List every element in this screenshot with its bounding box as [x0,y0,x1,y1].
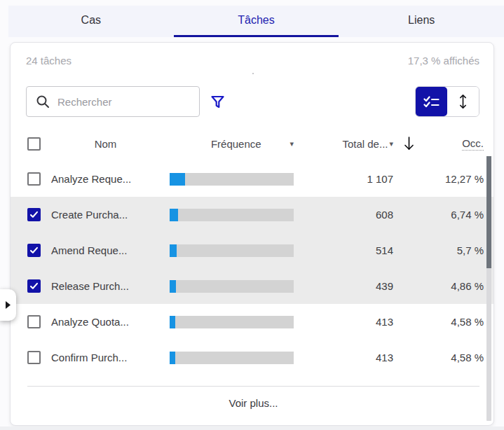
toolbar [26,86,479,117]
occurrence-value: 4,58 % [403,352,484,363]
frequency-bar [170,280,294,293]
sort-direction-down-icon[interactable] [403,136,415,152]
frequency-bar-track [170,352,294,364]
table-row[interactable]: Analyze Reque... 1 107 12,27 % [11,161,493,197]
frequency-bar-fill [170,173,185,186]
select-mode-button[interactable] [416,87,447,116]
sort-mode-button[interactable] [447,87,479,116]
frequency-bar-fill [170,209,178,221]
task-count-label: 24 tâches [26,55,71,67]
up-down-arrow-icon [458,93,468,110]
scrollbar-thumb[interactable] [486,156,491,268]
frequency-bar [170,209,294,221]
occurrence-value: 4,86 % [403,280,484,292]
occurrence-value: 6,74 % [403,209,484,221]
total-value: 514 [304,244,393,256]
tab-cas-label: Cas [81,14,101,27]
drag-handle-dot [252,73,254,74]
row-checkbox[interactable] [27,244,41,257]
frequency-bar-track [170,173,294,186]
view-toggle-group [415,86,479,117]
total-value: 439 [304,280,393,292]
task-name: Create Purcha... [51,209,160,221]
frequency-bar-fill [170,280,176,293]
summary-row: 24 tâches 17,3 % affichés [11,43,493,67]
bottom-strip [0,426,504,430]
tab-taches-label: Tâches [238,14,274,27]
tasks-panel: 24 tâches 17,3 % affichés [10,42,494,426]
frequency-bar-track [170,209,294,221]
checklist-icon [423,96,440,108]
frequency-bar-fill [170,316,175,328]
frequency-bar [170,244,294,257]
column-header-occ[interactable]: Occ. [462,137,484,151]
filter-button[interactable] [210,95,225,109]
table-row[interactable]: Amend Reque... 514 5,7 % [11,233,493,268]
task-name: Release Purch... [51,280,160,292]
see-more-link[interactable]: Voir plus... [229,397,278,409]
search-input[interactable] [57,96,190,108]
frequency-bar-fill [170,352,175,364]
total-value: 413 [304,316,393,328]
displayed-percent-label: 17,3 % affichés [408,55,479,67]
table-body: Analyze Reque... 1 107 12,27 % Create Pu… [11,161,493,375]
row-checkbox[interactable] [27,279,41,293]
row-checkbox[interactable] [27,351,41,364]
drawer-expand-handle[interactable] [0,289,16,321]
task-name: Confirm Purch... [51,352,160,363]
right-triangle-icon [5,300,11,310]
total-value: 608 [304,209,393,221]
occurrence-value: 4,58 % [403,316,484,328]
table-row[interactable]: Create Purcha... 608 6,74 % [11,197,493,233]
row-checkbox[interactable] [27,315,41,328]
column-header-frequency[interactable]: Fréquence ▾ [170,138,294,150]
search-box[interactable] [26,86,200,117]
frequency-bar-fill [170,244,177,257]
row-checkbox[interactable] [27,172,41,186]
total-dropdown-caret-icon[interactable]: ▾ [389,140,393,148]
tab-taches[interactable]: Tâches [174,6,339,37]
select-all-checkbox[interactable] [27,137,41,151]
frequency-bar-track [170,280,294,293]
filter-funnel-icon [210,95,225,109]
task-name: Analyze Quota... [51,316,160,328]
search-icon [36,95,50,109]
task-name: Analyze Reque... [51,173,160,185]
table-row[interactable]: Confirm Purch... 413 4,58 % [11,340,493,375]
table-row[interactable]: Analyze Quota... 413 4,58 % [11,304,493,340]
frequency-bar [170,173,294,186]
row-checkbox[interactable] [27,208,41,221]
tab-liens[interactable]: Liens [339,6,504,37]
total-value: 413 [304,352,393,363]
total-value: 1 107 [304,173,393,185]
frequency-dropdown-caret-icon[interactable]: ▾ [290,140,294,148]
frequency-bar [170,316,294,328]
tab-liens-label: Liens [408,14,435,27]
tab-bar: Cas Tâches Liens [8,6,504,37]
task-name: Amend Reque... [51,244,160,256]
table-row[interactable]: Release Purch... 439 4,86 % [11,268,493,304]
tab-cas[interactable]: Cas [8,6,174,37]
frequency-bar [170,352,294,364]
frequency-bar-track [170,316,294,328]
column-header-name[interactable]: Nom [51,138,160,150]
table-footer: Voir plus... [27,386,479,410]
column-header-total[interactable]: Total de... ▾ [304,138,393,150]
column-header-occ-group: Occ. [403,136,484,152]
occurrence-value: 5,7 % [403,244,484,256]
frequency-bar-track [170,244,294,257]
occurrence-value: 12,27 % [403,173,484,185]
vertical-scrollbar[interactable] [486,156,491,421]
table-header: Nom Fréquence ▾ Total de... ▾ Occ. [11,132,493,155]
